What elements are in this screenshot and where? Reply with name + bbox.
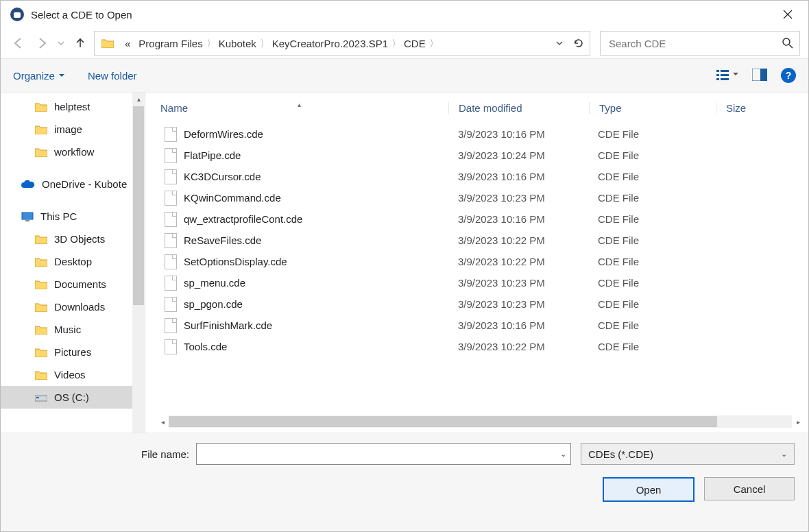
- svg-rect-7: [716, 78, 719, 80]
- tree-item[interactable]: Desktop: [1, 250, 145, 273]
- new-folder-label: New folder: [88, 70, 137, 82]
- tree-item[interactable]: Downloads: [1, 295, 145, 318]
- tree-item-this-pc[interactable]: This PC: [1, 205, 145, 228]
- column-headers[interactable]: Name ▴ Date modified Type Size: [145, 93, 808, 123]
- arrow-right-icon: [36, 37, 48, 49]
- file-date: 3/9/2023 10:23 PM: [448, 277, 588, 289]
- tree-item-label: OS (C:): [54, 391, 89, 403]
- search-button[interactable]: [776, 38, 799, 49]
- sort-indicator-icon: ▴: [298, 101, 301, 108]
- navigation-tree[interactable]: helptestimageworkflowOneDrive - KuboteTh…: [1, 93, 145, 433]
- horizontal-scrollbar[interactable]: ◂ ▸: [156, 415, 804, 428]
- tree-item[interactable]: workflow: [1, 141, 145, 163]
- cancel-button[interactable]: Cancel: [704, 477, 795, 500]
- filename-dropdown[interactable]: ⌄: [555, 450, 570, 459]
- drive-icon: [35, 393, 47, 402]
- file-date: 3/9/2023 10:23 PM: [448, 192, 588, 204]
- close-icon: [783, 10, 793, 19]
- file-row[interactable]: DeformWires.cde3/9/2023 10:16 PMCDE File: [145, 123, 808, 145]
- view-mode-button[interactable]: [716, 69, 738, 83]
- search-box[interactable]: [600, 31, 800, 56]
- view-details-icon: [716, 69, 738, 81]
- file-row[interactable]: KC3DCursor.cde3/9/2023 10:16 PMCDE File: [145, 166, 808, 187]
- file-row[interactable]: ReSaveFiles.cde3/9/2023 10:22 PMCDE File: [145, 230, 808, 251]
- folder-icon: [35, 257, 47, 267]
- folder-icon: [35, 102, 47, 112]
- file-icon: [165, 276, 177, 291]
- file-date: 3/9/2023 10:22 PM: [448, 341, 588, 352]
- tree-item[interactable]: image: [1, 118, 145, 141]
- file-row[interactable]: sp_menu.cde3/9/2023 10:23 PMCDE File: [145, 272, 808, 293]
- tree-item[interactable]: Documents: [1, 273, 145, 295]
- folder-icon: [35, 147, 47, 157]
- refresh-icon: [573, 38, 584, 49]
- svg-rect-5: [716, 74, 719, 76]
- preview-pane-button[interactable]: [752, 69, 767, 83]
- file-type: CDE File: [588, 277, 714, 289]
- organize-label: Organize: [13, 70, 55, 82]
- window-title: Select a CDE to Open: [31, 9, 132, 21]
- folder-icon: [35, 280, 47, 289]
- column-name[interactable]: Name ▴: [160, 102, 448, 114]
- bottom-panel: File name: ⌄ CDEs (*.CDE) ⌄ Open Cancel: [1, 433, 808, 531]
- close-button[interactable]: [774, 3, 801, 25]
- organize-menu[interactable]: Organize: [13, 70, 64, 82]
- file-row[interactable]: SurfFinishMark.cde3/9/2023 10:16 PMCDE F…: [145, 315, 808, 336]
- tree-scrollbar[interactable]: ▴: [132, 93, 145, 433]
- column-type[interactable]: Type: [589, 102, 716, 114]
- file-rows: DeformWires.cde3/9/2023 10:16 PMCDE File…: [145, 123, 808, 415]
- breadcrumb-item[interactable]: CDE: [400, 38, 430, 49]
- folder-icon: [101, 38, 114, 48]
- new-folder-button[interactable]: New folder: [88, 70, 137, 82]
- arrow-up-icon: [74, 37, 86, 49]
- filetype-dropdown[interactable]: CDEs (*.CDE) ⌄: [581, 443, 795, 465]
- scroll-thumb[interactable]: [133, 106, 144, 305]
- tree-item-label: Pictures: [54, 346, 91, 358]
- scroll-up-icon[interactable]: ▴: [137, 93, 141, 105]
- file-date: 3/9/2023 10:16 PM: [448, 171, 588, 182]
- scroll-right-icon[interactable]: ▸: [792, 415, 804, 428]
- scroll-thumb[interactable]: [169, 416, 717, 427]
- file-row[interactable]: KQwinCommand.cde3/9/2023 10:23 PMCDE Fil…: [145, 187, 808, 208]
- forward-button[interactable]: [32, 34, 51, 53]
- tree-item[interactable]: helptest: [1, 95, 145, 118]
- column-date[interactable]: Date modified: [448, 102, 589, 114]
- breadcrumb-item[interactable]: Kubotek: [215, 38, 261, 49]
- folder-icon: [35, 125, 47, 134]
- file-date: 3/9/2023 10:22 PM: [448, 256, 588, 267]
- filename-combobox[interactable]: ⌄: [196, 443, 571, 465]
- column-size[interactable]: Size: [716, 102, 808, 114]
- open-button[interactable]: Open: [603, 477, 695, 502]
- file-row[interactable]: sp_pgon.cde3/9/2023 10:23 PMCDE File: [145, 293, 808, 315]
- address-bar[interactable]: «Program Files〉Kubotek〉KeyCreatorPro.202…: [94, 31, 590, 56]
- tree-item[interactable]: Music: [1, 318, 145, 341]
- file-name: Tools.cde: [184, 341, 227, 352]
- tree-item[interactable]: 3D Objects: [1, 228, 145, 250]
- filename-label: File name:: [14, 448, 196, 460]
- tree-item[interactable]: Videos: [1, 363, 145, 386]
- up-button[interactable]: [71, 34, 90, 53]
- file-row[interactable]: FlatPipe.cde3/9/2023 10:24 PMCDE File: [145, 145, 808, 166]
- file-row[interactable]: Tools.cde3/9/2023 10:22 PMCDE File: [145, 336, 808, 357]
- tree-item-onedrive[interactable]: OneDrive - Kubote: [1, 173, 145, 195]
- breadcrumb-item[interactable]: KeyCreatorPro.2023.SP1: [268, 38, 392, 49]
- filename-input[interactable]: [197, 448, 555, 460]
- back-button[interactable]: [9, 34, 28, 53]
- file-row[interactable]: qw_extractprofileCont.cde3/9/2023 10:16 …: [145, 208, 808, 230]
- address-dropdown[interactable]: [551, 32, 568, 54]
- recent-dropdown[interactable]: [56, 34, 67, 53]
- help-button[interactable]: ?: [781, 68, 796, 83]
- tree-item[interactable]: Pictures: [1, 341, 145, 363]
- file-type: CDE File: [588, 256, 714, 267]
- file-row[interactable]: SetOptionsDisplay.cde3/9/2023 10:22 PMCD…: [145, 251, 808, 272]
- scroll-left-icon[interactable]: ◂: [156, 415, 169, 428]
- tree-item[interactable]: OS (C:): [1, 386, 145, 409]
- chevron-down-icon: [556, 40, 563, 47]
- file-name: FlatPipe.cde: [184, 149, 241, 161]
- svg-point-2: [783, 38, 790, 45]
- folder-icon: [35, 234, 47, 244]
- search-input[interactable]: [601, 38, 776, 49]
- refresh-button[interactable]: [568, 32, 590, 54]
- breadcrumb-item[interactable]: Program Files: [134, 38, 206, 49]
- svg-rect-3: [716, 70, 719, 72]
